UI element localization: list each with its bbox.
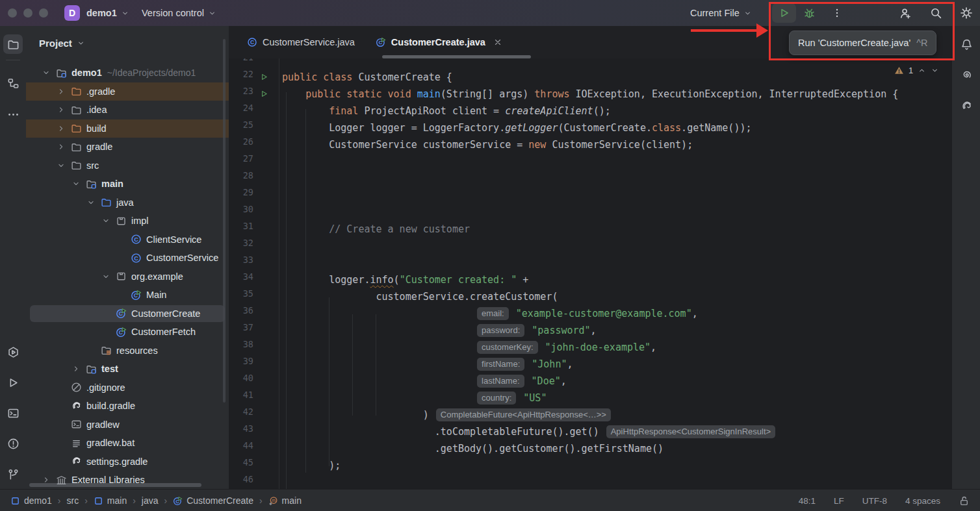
tree-row[interactable]: test xyxy=(26,360,229,379)
tree-row-label: gradlew xyxy=(86,419,120,430)
code-line: // Create a new customer xyxy=(282,221,898,238)
tree-row[interactable]: gradle xyxy=(26,138,229,156)
line-number: 42 xyxy=(229,406,257,423)
inspections-widget[interactable]: 1 xyxy=(894,64,939,76)
editor-tab[interactable]: CCustomerCreate.java xyxy=(365,26,513,58)
unlock-icon[interactable] xyxy=(959,495,970,506)
class-run-icon: C xyxy=(116,327,127,338)
tree-row[interactable]: CCustomerService xyxy=(26,249,229,268)
stripe-button-notifications[interactable] xyxy=(957,34,976,54)
tree-row[interactable]: gradlew.bat xyxy=(26,434,229,453)
chevron-right-icon[interactable] xyxy=(71,364,81,373)
stripe-button-gradle[interactable] xyxy=(957,96,976,116)
run-line-icon[interactable] xyxy=(260,73,268,81)
code-line: ); xyxy=(282,457,898,474)
project-name-menu[interactable]: demo1 xyxy=(86,0,129,26)
chevron-right-icon[interactable] xyxy=(42,475,51,484)
project-panel-header[interactable]: Project xyxy=(39,26,85,60)
chevron-right-icon[interactable] xyxy=(57,124,66,133)
chevron-up-icon[interactable] xyxy=(918,66,926,75)
stripe-button-terminal[interactable] xyxy=(3,403,23,423)
shortcut-hint: ^R xyxy=(916,38,927,48)
debug-button[interactable] xyxy=(801,5,817,21)
chevron-right-icon[interactable] xyxy=(57,87,66,96)
tree-vertical-scrollbar[interactable] xyxy=(223,39,226,403)
editor-tab[interactable]: CCustomerService.java xyxy=(237,26,365,58)
chevron-down-icon[interactable] xyxy=(42,68,51,77)
breadcrumb-item[interactable]: java xyxy=(142,495,159,506)
tree-row[interactable]: src xyxy=(26,156,229,175)
stripe-button-run[interactable] xyxy=(3,373,23,392)
file-encoding[interactable]: UTF-8 xyxy=(862,496,887,506)
run-configuration-selector[interactable]: Current File xyxy=(690,0,752,26)
code-editor[interactable]: 2122232425262728293031323334353637383940… xyxy=(229,58,951,489)
breadcrumb-item[interactable]: src xyxy=(66,495,79,506)
more-actions-button[interactable] xyxy=(829,5,845,21)
chevron-right-icon[interactable] xyxy=(57,105,66,114)
line-number: 35 xyxy=(229,288,257,305)
editor-horizontal-scrollbar[interactable] xyxy=(382,55,531,58)
code-line: public class CustomerCreate { xyxy=(282,69,898,86)
tree-row[interactable]: CClientService xyxy=(26,231,229,249)
code-with-me-button[interactable] xyxy=(897,5,913,21)
tree-row[interactable]: settings.gradle xyxy=(26,453,229,471)
chevron-right-icon[interactable] xyxy=(57,142,66,151)
class-run-icon: C xyxy=(131,290,142,301)
line-number: 23 xyxy=(229,86,257,103)
tree-row[interactable]: CMain xyxy=(26,286,229,305)
warning-count: 1 xyxy=(909,66,913,75)
tree-row-label: Main xyxy=(146,290,166,300)
settings-button[interactable] xyxy=(959,5,974,21)
search-everywhere-button[interactable] xyxy=(928,5,944,21)
tree-row[interactable]: impl xyxy=(26,212,229,231)
inlay-hint: customerKey: xyxy=(477,341,537,354)
chevron-down-icon[interactable] xyxy=(57,161,66,170)
tree-row[interactable]: org.example xyxy=(26,268,229,286)
tree-row[interactable]: resources xyxy=(26,342,229,360)
stripe-button-structure[interactable] xyxy=(3,73,23,93)
tree-row[interactable]: .gitignore xyxy=(26,379,229,397)
breadcrumb-item[interactable]: CCustomerCreate xyxy=(173,495,253,506)
code-line: public static void main(String[] args) t… xyxy=(282,86,898,103)
stripe-button-services[interactable] xyxy=(3,342,23,362)
run-line-icon[interactable] xyxy=(260,90,268,98)
window-close-button[interactable] xyxy=(8,8,17,18)
vcs-menu[interactable]: Version control xyxy=(142,0,216,26)
close-icon[interactable] xyxy=(493,38,502,47)
breadcrumb-separator: › xyxy=(133,495,136,506)
stripe-button-more[interactable] xyxy=(3,105,23,124)
stripe-button-version-control[interactable] xyxy=(3,464,23,484)
tree-row[interactable]: .idea xyxy=(26,101,229,119)
tree-row[interactable]: gradlew xyxy=(26,416,229,434)
breadcrumb-item[interactable]: mmain xyxy=(268,495,302,506)
window-minimize-button[interactable] xyxy=(23,8,32,18)
stripe-button-problems[interactable] xyxy=(3,434,23,453)
chevron-down-icon[interactable] xyxy=(86,198,96,207)
tree-row[interactable]: java xyxy=(26,193,229,212)
chevron-down-icon[interactable] xyxy=(931,66,939,75)
chevron-down-icon[interactable] xyxy=(101,216,110,225)
tree-row[interactable]: build xyxy=(26,119,229,138)
tree-row[interactable]: demo1~/IdeaProjects/demo1 xyxy=(26,64,229,82)
file-ignored-icon xyxy=(71,382,82,393)
tree-row[interactable]: build.gradle xyxy=(26,397,229,416)
caret-position[interactable]: 48:1 xyxy=(799,496,816,506)
tree-row-label: build xyxy=(86,123,107,134)
tree-row[interactable]: main xyxy=(26,175,229,193)
run-button[interactable] xyxy=(772,3,796,23)
breadcrumb-item[interactable]: main xyxy=(94,495,127,506)
tree-row[interactable]: .gradle xyxy=(26,82,229,101)
breadcrumb-item[interactable]: demo1 xyxy=(10,495,52,506)
indent-setting[interactable]: 4 spaces xyxy=(905,496,940,506)
chevron-down-icon[interactable] xyxy=(101,272,110,281)
breadcrumb-label: src xyxy=(66,495,79,506)
gear-icon xyxy=(960,6,973,19)
tree-row[interactable]: CCustomerFetch xyxy=(26,323,229,342)
window-zoom-button[interactable] xyxy=(39,8,48,18)
stripe-button-ai-assistant[interactable] xyxy=(957,65,976,84)
stripe-button-project-folder[interactable] xyxy=(3,34,23,54)
chevron-down-icon[interactable] xyxy=(71,179,81,188)
line-separator[interactable]: LF xyxy=(834,496,844,506)
tree-row[interactable]: CCustomerCreate xyxy=(26,305,229,323)
tree-row-label: External Libraries xyxy=(71,475,145,485)
